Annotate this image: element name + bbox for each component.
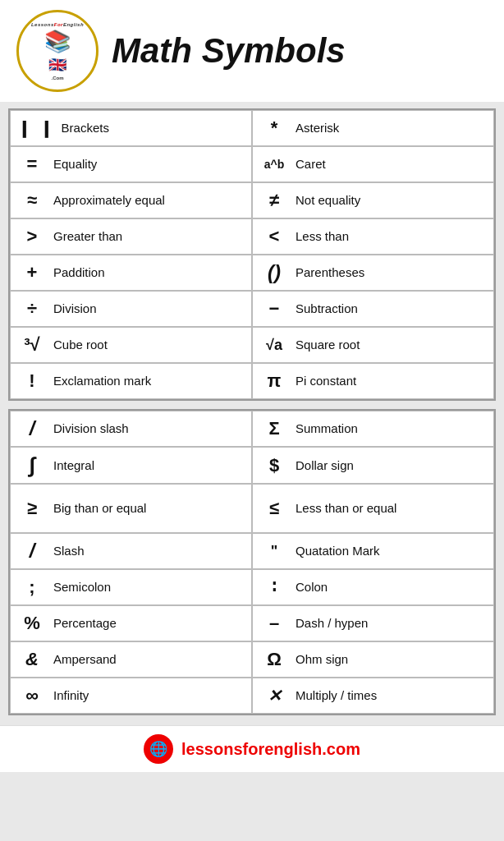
label-quotation: Quatation Mark xyxy=(296,543,380,559)
label-brackets: Brackets xyxy=(62,120,109,136)
table-row: / Division slash xyxy=(10,411,252,447)
table-row: ÷ Division xyxy=(10,291,252,327)
symbol-slash: / xyxy=(17,540,47,563)
symbol-integral: ∫ xyxy=(17,453,47,478)
symbol-geq: ≥ xyxy=(17,498,47,519)
label-summation: Summation xyxy=(296,420,358,437)
label-notequal: Not equality xyxy=(296,192,360,209)
table2-grid: / Division slash Σ Summation ∫ Integral … xyxy=(10,411,494,714)
label-pi: Pi constant xyxy=(296,373,356,389)
label-integral: Integral xyxy=(53,457,94,474)
symbol-greater: > xyxy=(17,226,47,247)
label-exclamation: Exclamation mark xyxy=(53,373,151,389)
symbol-pi: π xyxy=(259,370,289,392)
symbol-percent: % xyxy=(17,613,47,634)
table-row: ; Semicolon xyxy=(10,569,252,605)
table-row: " Quatation Mark xyxy=(252,533,494,569)
symbol-exclamation: ! xyxy=(17,370,47,392)
label-greater: Greater than xyxy=(53,228,122,245)
table-row: Σ Summation xyxy=(252,411,494,447)
footer: 🌐 lessonsforenglish.com xyxy=(0,725,504,772)
table-row: ✕ Multiply / times xyxy=(252,678,494,714)
page-title: Math Symbols xyxy=(112,31,346,71)
table-row: – Dash / hypen xyxy=(252,605,494,641)
symbol-approx: ≈ xyxy=(17,190,47,211)
symbol-parens: () xyxy=(259,261,289,284)
symbol-plus: + xyxy=(17,262,47,283)
table-row: ≤ Less than or equal xyxy=(252,484,494,533)
label-caret: Caret xyxy=(296,156,326,172)
table-row: π Pi constant xyxy=(252,363,494,399)
symbol-ohm: Ω xyxy=(259,649,289,670)
symbol-caret: a^b xyxy=(259,158,289,171)
label-multiply: Multiply / times xyxy=(296,687,377,704)
symbol-equality: = xyxy=(17,154,47,175)
label-ohm: Ohm sign xyxy=(296,651,348,668)
table-row: − Subtraction xyxy=(252,291,494,327)
label-less: Less than xyxy=(296,228,349,245)
label-infinity: Infinity xyxy=(53,687,89,704)
table-row: > Greater than xyxy=(10,218,252,255)
label-leq: Less than or equal xyxy=(296,500,396,517)
table-row: ❙ ❙ Brackets xyxy=(10,110,252,146)
logo-arc-text: LessonsForEnglish xyxy=(31,22,84,27)
table-row: Ω Ohm sign xyxy=(252,641,494,678)
label-cuberoot: Cube root xyxy=(53,337,108,353)
table-row: ∞ Infinity xyxy=(10,678,252,714)
symbol-semicolon: ; xyxy=(17,577,47,598)
symbol-cuberoot: ³√ xyxy=(17,334,47,356)
label-slash: Slash xyxy=(53,543,85,559)
footer-url: lessonsforenglish.com xyxy=(181,740,360,759)
symbol-brackets: ❙ ❙ xyxy=(17,118,55,138)
label-subtraction: Subtraction xyxy=(296,301,358,317)
label-parens: Parentheses xyxy=(296,264,364,281)
symbol-infinity: ∞ xyxy=(17,685,47,706)
symbol-subtraction: − xyxy=(259,298,289,319)
table-row: + Paddition xyxy=(10,255,252,291)
table-row: % Percentage xyxy=(10,605,252,641)
symbol-ampersand: & xyxy=(17,649,47,670)
label-colon: Colon xyxy=(296,579,328,595)
label-ampersand: Ampersand xyxy=(53,651,117,668)
symbol-quotation: " xyxy=(259,543,289,560)
label-semicolon: Semicolon xyxy=(53,579,111,595)
table-row: / Slash xyxy=(10,533,252,569)
table-row: ! Exclamation mark xyxy=(10,363,252,399)
label-asterisk: Asterisk xyxy=(296,120,339,136)
table-row: < Less than xyxy=(252,218,494,255)
logo-books-icon: 📚 xyxy=(44,29,71,54)
label-geq: Big than or equal xyxy=(53,500,146,517)
label-equality: Equality xyxy=(53,156,97,172)
table-row: () Parentheses xyxy=(252,255,494,291)
label-dash: Dash / hypen xyxy=(296,615,368,632)
table-row: a^b Caret xyxy=(252,146,494,182)
footer-url-text: lessonsforenglish.com xyxy=(181,740,360,758)
main-content: ❙ ❙ Brackets * Asterisk = Equality a^b C… xyxy=(0,102,504,722)
symbol-less: < xyxy=(259,226,289,247)
logo: LessonsForEnglish 📚 🇬🇧 .Com xyxy=(16,10,99,92)
symbol-divslash: / xyxy=(17,417,47,440)
table2: / Division slash Σ Summation ∫ Integral … xyxy=(8,409,496,715)
logo-flag-icon: 🇬🇧 xyxy=(48,56,66,74)
table-row: ≥ Big than or equal xyxy=(10,484,252,533)
table-row: & Ampersand xyxy=(10,641,252,678)
logo-domain: .Com xyxy=(52,76,64,80)
table1-grid: ❙ ❙ Brackets * Asterisk = Equality a^b C… xyxy=(10,110,494,399)
table-row: ∶ Colon xyxy=(252,569,494,605)
symbol-notequal: ≠ xyxy=(259,190,289,211)
label-division: Division xyxy=(53,301,97,317)
symbol-summation: Σ xyxy=(259,418,289,439)
table-row: $ Dollar sign xyxy=(252,447,494,484)
header: LessonsForEnglish 📚 🇬🇧 .Com Math Symbols xyxy=(0,0,504,102)
symbol-leq: ≤ xyxy=(259,498,289,519)
table-row: = Equality xyxy=(10,146,252,182)
symbol-colon: ∶ xyxy=(259,577,289,598)
symbol-dash: – xyxy=(259,613,289,634)
symbol-asterisk: * xyxy=(259,117,289,139)
symbol-multiply: ✕ xyxy=(259,686,289,705)
label-dollar: Dollar sign xyxy=(296,457,354,474)
label-percent: Percentage xyxy=(53,615,117,632)
label-sqrtroot: Square root xyxy=(296,337,360,353)
table-row: ≠ Not equality xyxy=(252,182,494,218)
table-row: ³√ Cube root xyxy=(10,327,252,363)
